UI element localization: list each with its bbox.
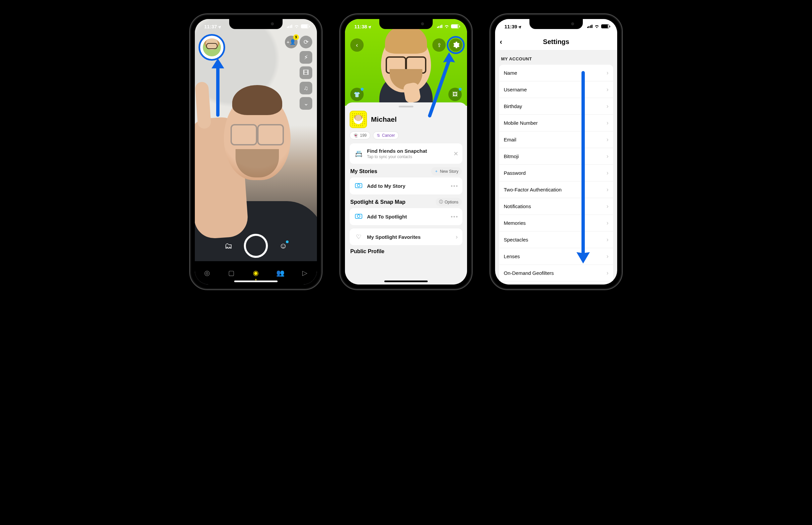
settings-item-birthday[interactable]: Birthday› [499, 98, 613, 115]
tab-camera[interactable]: ◉ [249, 269, 263, 277]
settings-item-geofilters[interactable]: On-Demand Geofilters› [499, 265, 613, 282]
zodiac-chip[interactable]: ♋︎ Cancer [373, 131, 399, 139]
more-icon[interactable]: ••• [451, 183, 458, 189]
outfit-button[interactable]: 👕 [350, 88, 364, 101]
sheet-grabber[interactable] [399, 106, 413, 107]
signal-icon [287, 25, 292, 28]
public-profile-title: Public Profile [350, 249, 384, 255]
chevron-right-icon: › [606, 186, 608, 193]
add-friend-icon: +👤 [287, 39, 296, 45]
battery-icon [451, 24, 459, 28]
notch [529, 19, 583, 29]
phone-camera: 11:37 [189, 13, 322, 290]
find-friends-title: Find friends on Snapchat [367, 148, 427, 154]
location-icon [368, 24, 372, 29]
item-label: Email [504, 137, 516, 142]
item-label: Username [504, 87, 527, 92]
status-time: 11:37 [204, 24, 217, 29]
options-button[interactable]: ⓘ Options [436, 198, 462, 206]
settings-body[interactable]: MY ACCOUNT Name› Username› Birthday› Mob… [495, 50, 617, 285]
tab-map[interactable]: ◎ [200, 269, 214, 277]
settings-item-password[interactable]: Password› [499, 165, 613, 181]
flip-camera-button[interactable]: ⟳ [300, 36, 312, 48]
settings-item-bitmoji[interactable]: Bitmoji› [499, 148, 613, 165]
chevron-right-icon: › [606, 220, 608, 226]
chevron-right-icon: › [456, 234, 458, 240]
settings-list: Name› Username› Birthday› Mobile Number›… [499, 65, 613, 285]
dismiss-button[interactable]: ✕ [453, 150, 458, 158]
add-friends-button[interactable]: +👤 9 [285, 36, 298, 48]
notch [229, 19, 283, 29]
chevron-right-icon: › [606, 136, 608, 143]
battery-icon [601, 24, 609, 28]
highlight-ring [447, 36, 465, 54]
shutter-button[interactable] [244, 234, 268, 258]
lenses-button[interactable]: ☺ [279, 241, 288, 251]
flash-button[interactable]: ⚡︎ [300, 51, 312, 64]
new-story-label: New Story [440, 169, 458, 174]
item-label: Bitmoji [504, 153, 519, 159]
settings-item-notifications[interactable]: Notifications› [499, 198, 613, 215]
settings-item-mobile[interactable]: Mobile Number› [499, 115, 613, 131]
item-label: Spectacles [504, 237, 528, 242]
item-label: Name [504, 70, 517, 76]
find-friends-card[interactable]: 📇 Find friends on Snapchat Tap to sync y… [350, 144, 462, 164]
location-icon [518, 24, 522, 29]
settings-item-email[interactable]: Email› [499, 131, 613, 148]
my-stories-title: My Stories [350, 168, 377, 175]
screen: 11:38 ‹ ⇪ 👕 🖼 [345, 19, 467, 285]
more-tools-button[interactable]: ⌄ [300, 97, 312, 110]
item-label: Birthday [504, 103, 522, 109]
tab-chat[interactable]: ▢ [224, 269, 239, 277]
bitmoji-icon [203, 39, 221, 56]
new-story-button[interactable]: ＋ New Story [431, 167, 462, 176]
profile-chips: 👻 199 ♋︎ Cancer [350, 131, 462, 139]
settings-item-spectacles[interactable]: Spectacles› [499, 231, 613, 248]
profile-avatar-button[interactable] [200, 36, 224, 59]
item-label: Memories [504, 220, 526, 226]
more-icon[interactable]: ••• [451, 214, 458, 220]
tab-spotlight[interactable]: ▷ [297, 269, 312, 277]
annotation-arrow [426, 52, 456, 119]
add-to-my-story-card[interactable]: Add to My Story ••• [350, 178, 462, 194]
settings-item-memories[interactable]: Memories› [499, 215, 613, 231]
home-indicator [234, 281, 277, 282]
item-label: Lenses [504, 254, 520, 259]
options-label: Options [445, 200, 458, 205]
memories-button[interactable]: 🗂 [225, 241, 232, 251]
chevron-right-icon: › [606, 169, 608, 177]
chevron-right-icon: › [606, 103, 608, 110]
back-button[interactable]: ‹ [500, 38, 502, 46]
spotlight-title: Spotlight & Snap Map [350, 199, 405, 205]
snapcode[interactable] [350, 111, 367, 128]
back-button[interactable]: ‹ [350, 39, 364, 52]
home-indicator [384, 281, 428, 282]
signal-icon [437, 25, 443, 28]
spotlight-favorites-card[interactable]: ♡ My Spotlight Favorites › [350, 228, 462, 245]
new-lens-dot [286, 240, 289, 243]
chevron-right-icon: › [606, 70, 608, 76]
snap-score-chip[interactable]: 👻 199 [350, 131, 370, 139]
settings-item-username[interactable]: Username› [499, 81, 613, 98]
item-label: Two-Factor Authentication [504, 187, 561, 193]
svg-line-7 [430, 60, 449, 116]
zodiac-icon: ♋︎ [377, 133, 380, 138]
settings-item-lenses[interactable]: Lenses› [499, 248, 613, 265]
plus-icon: ＋ [434, 168, 438, 174]
chevron-right-icon: › [606, 236, 608, 243]
add-to-spotlight-card[interactable]: Add To Spotlight ••• [350, 208, 462, 225]
music-button[interactable]: ♫ [300, 82, 312, 94]
settings-item-2fa[interactable]: Two-Factor Authentication› [499, 181, 613, 198]
find-friends-sub: Tap to sync your contacts [367, 154, 427, 159]
tab-stories[interactable]: 👥 [273, 269, 288, 277]
spotlight-header: Spotlight & Snap Map ⓘ Options [350, 198, 462, 206]
ghost-icon: 👻 [353, 133, 358, 138]
zodiac-label: Cancer [382, 133, 395, 138]
heart-icon: ♡ [354, 233, 363, 240]
video-mode-button[interactable]: 🎞 [300, 66, 312, 79]
contacts-icon: 📇 [354, 150, 363, 158]
settings-item-name[interactable]: Name› [499, 65, 613, 81]
notch [379, 19, 433, 29]
settings-item-payments[interactable]: Payments› [499, 282, 613, 285]
annotation-arrow [573, 71, 593, 264]
